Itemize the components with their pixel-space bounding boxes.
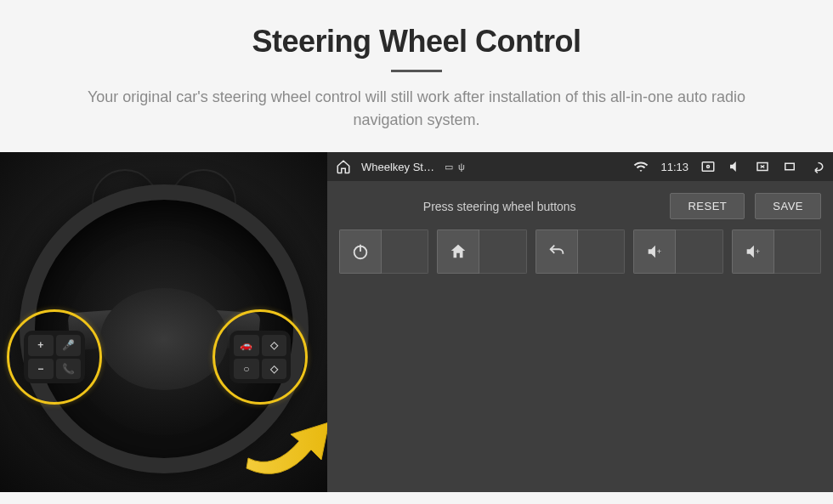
mapping-slot[interactable] [676, 229, 722, 274]
mapping-slot[interactable] [774, 229, 821, 274]
status-notification-icons: ▭ ψ [445, 161, 465, 173]
usb-icon: ψ [458, 161, 465, 173]
mapping-cell-home [437, 229, 526, 274]
mapping-row: + + [327, 229, 833, 274]
svg-point-1 [707, 166, 710, 168]
wheel-btn-phone[interactable]: 📞 [56, 359, 82, 380]
recent-apps-icon[interactable] [782, 159, 797, 174]
home-icon[interactable] [336, 159, 351, 174]
status-time: 11:13 [660, 161, 688, 173]
close-app-icon[interactable] [755, 159, 770, 174]
wheel-btn-volume-down[interactable]: − [28, 359, 54, 380]
action-row: Press steering wheel buttons RESET SAVE [327, 181, 833, 229]
mapping-cell-power [339, 229, 428, 274]
status-bar: Wheelkey St… ▭ ψ 11:13 [327, 152, 833, 181]
volume-up-icon[interactable]: + [732, 229, 774, 274]
steering-wheel-photo: + 🎤 − 📞 🚗 ◇ ○ ◇ [0, 152, 327, 492]
mapping-cell-back [536, 229, 625, 274]
callout-arrow [240, 407, 327, 475]
wheel-button-cluster-right: 🚗 ◇ ○ ◇ [230, 331, 291, 383]
back-nav-icon[interactable] [809, 159, 824, 174]
wheel-btn-volume-up[interactable]: + [28, 335, 54, 356]
home-map-icon[interactable] [437, 229, 479, 274]
screenshot-icon[interactable] [700, 159, 716, 174]
wheel-btn-nav-down[interactable]: ◇ [262, 359, 287, 380]
picture-icon: ▭ [445, 161, 453, 173]
wheel-hub [100, 288, 228, 390]
mapping-slot[interactable] [382, 229, 428, 274]
back-icon[interactable] [536, 229, 578, 274]
mapping-slot[interactable] [578, 229, 625, 274]
save-button[interactable]: SAVE [755, 193, 821, 219]
android-headunit-screen: Wheelkey St… ▭ ψ 11:13 [327, 152, 833, 492]
volume-icon[interactable] [728, 159, 743, 174]
mapping-cell-volup-2: + [732, 229, 821, 274]
wifi-icon [633, 159, 649, 174]
status-app-name: Wheelkey St… [361, 161, 434, 173]
power-icon[interactable] [339, 229, 382, 274]
mapping-cell-volup-1: + [633, 229, 722, 274]
content-row: + 🎤 − 📞 🚗 ◇ ○ ◇ [0, 152, 833, 492]
wheel-btn-cycle[interactable]: ○ [234, 359, 259, 380]
svg-rect-3 [785, 163, 795, 170]
wheel-btn-nav-up[interactable]: ◇ [262, 335, 287, 356]
svg-rect-0 [702, 162, 714, 172]
title-underline [391, 70, 442, 72]
volume-up-icon[interactable]: + [633, 229, 676, 274]
page-title: Steering Wheel Control [0, 0, 833, 59]
wheel-button-cluster-left: + 🎤 − 📞 [24, 331, 85, 383]
svg-text:+: + [657, 247, 661, 256]
wheel-btn-voice[interactable]: 🎤 [56, 335, 82, 356]
svg-text:+: + [755, 247, 759, 256]
reset-button[interactable]: RESET [670, 193, 745, 219]
page-subtitle: Your original car's steering wheel contr… [51, 86, 782, 132]
hint-text: Press steering wheel buttons [339, 200, 660, 213]
mapping-slot[interactable] [479, 229, 526, 274]
wheel-btn-mode[interactable]: 🚗 [234, 335, 259, 356]
